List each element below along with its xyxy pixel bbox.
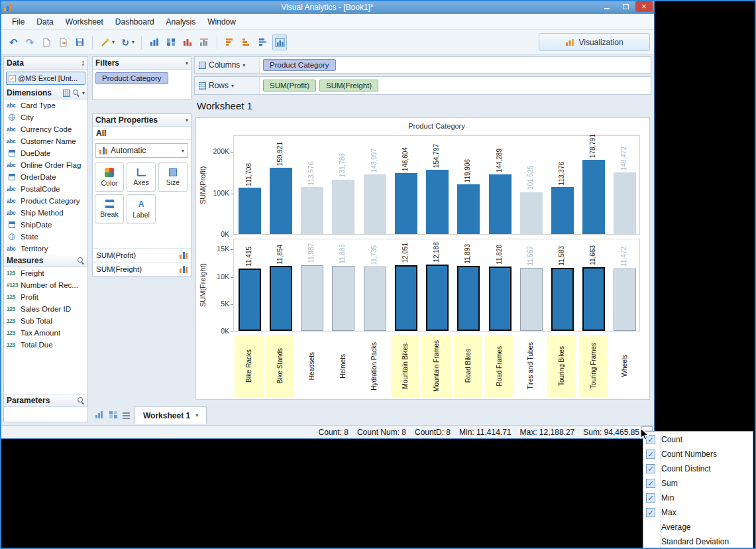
bar-helmets[interactable] bbox=[332, 180, 354, 234]
category-label-helmets[interactable]: Helmets bbox=[329, 335, 357, 397]
dimension-state[interactable]: State bbox=[4, 231, 87, 243]
chevron-down-icon[interactable]: ▾ bbox=[186, 117, 188, 123]
sort-updown-icon[interactable]: ↕ bbox=[81, 58, 85, 68]
menu-item-window[interactable]: Window bbox=[201, 15, 242, 29]
bar-hydration-packs[interactable] bbox=[364, 174, 386, 234]
bar-touring-frames[interactable] bbox=[582, 160, 605, 234]
pill-sum-freight[interactable]: SUM(Freight) bbox=[319, 80, 378, 91]
bar-mountain-frames[interactable] bbox=[426, 170, 449, 234]
aggregation-item-count-distinct[interactable]: ✓Count Distinct bbox=[643, 461, 753, 476]
format-wand-icon[interactable] bbox=[98, 34, 113, 50]
bar-bike-racks[interactable] bbox=[239, 269, 261, 331]
aggregation-item-count[interactable]: ✓Count bbox=[643, 432, 753, 447]
menu-item-file[interactable]: File bbox=[6, 15, 30, 29]
sort-descending-icon[interactable] bbox=[223, 34, 237, 50]
menu-item-worksheet[interactable]: Worksheet bbox=[60, 15, 109, 29]
highlight-table-icon[interactable] bbox=[272, 34, 287, 50]
bar-mountain-bikes[interactable] bbox=[395, 173, 417, 234]
bar-road-frames[interactable] bbox=[489, 267, 512, 331]
refresh-caret-icon[interactable]: ▾ bbox=[132, 39, 135, 45]
maximize-button[interactable] bbox=[617, 1, 634, 12]
measure-freight[interactable]: 123Freight bbox=[4, 267, 87, 279]
bar-mountain-frames[interactable] bbox=[426, 265, 449, 331]
table-icon[interactable] bbox=[63, 90, 70, 97]
bar-road-frames[interactable] bbox=[489, 174, 512, 234]
pill-sum-profit[interactable]: SUM(Profit) bbox=[263, 80, 316, 91]
chevron-down-icon[interactable]: ▾ bbox=[82, 90, 85, 96]
sort-ascending-icon[interactable] bbox=[239, 34, 254, 50]
measure-sales-order-id[interactable]: 123Sales Order ID bbox=[4, 303, 87, 315]
bar-bike-stands[interactable] bbox=[270, 266, 292, 331]
visualization-button[interactable]: Visualization bbox=[539, 33, 650, 51]
aggregation-item-count-numbers[interactable]: ✓Count Numbers bbox=[643, 447, 753, 461]
bar-headsets[interactable] bbox=[301, 265, 323, 331]
color-button[interactable]: Color bbox=[95, 162, 124, 192]
worksheet-tab[interactable]: Worksheet 1 ▾ bbox=[135, 406, 207, 424]
measure-total-due[interactable]: 123Total Due bbox=[4, 339, 87, 351]
category-label-touring-frames[interactable]: Touring Frames bbox=[579, 335, 608, 397]
aggregation-item-standard-deviation[interactable]: Standard Deviation bbox=[643, 534, 753, 549]
search-icon[interactable] bbox=[72, 89, 80, 97]
bar-bike-racks[interactable] bbox=[239, 188, 261, 234]
dimension-orderdate[interactable]: OrderDate bbox=[4, 171, 87, 183]
measure-number-of-rec[interactable]: #123Number of Rec... bbox=[4, 279, 87, 291]
bar-hydration-packs[interactable] bbox=[364, 267, 386, 331]
close-button[interactable]: × bbox=[635, 1, 653, 12]
bar-tires-and-tubes[interactable] bbox=[520, 268, 543, 331]
aggregation-item-max[interactable]: ✓Max bbox=[643, 505, 753, 520]
category-label-headsets[interactable]: Headsets bbox=[297, 335, 326, 397]
search-icon[interactable] bbox=[77, 257, 85, 265]
category-label-bike-stands[interactable]: Bike Stands bbox=[266, 335, 294, 397]
category-label-road-bikes[interactable]: Road Bikes bbox=[454, 335, 482, 397]
aggregation-item-sum[interactable]: ✓Sum bbox=[643, 476, 753, 491]
bar-wheels[interactable] bbox=[614, 269, 636, 332]
dimension-card-type[interactable]: abcCard Type bbox=[4, 99, 87, 111]
red-bar-chart-tool-icon[interactable] bbox=[180, 34, 195, 50]
measure-profit[interactable]: 123Profit bbox=[4, 291, 87, 303]
category-label-tires-and-tubes[interactable]: Tires and Tubes bbox=[516, 335, 545, 397]
grid-chart-tool-icon[interactable] bbox=[164, 34, 178, 50]
pill-product-category[interactable]: Product Category bbox=[263, 59, 336, 71]
mark-type-select[interactable]: Automatic ▾ bbox=[95, 143, 188, 158]
save-icon[interactable] bbox=[72, 34, 87, 50]
bar-touring-bikes[interactable] bbox=[551, 187, 574, 234]
bar-bike-stands[interactable] bbox=[270, 168, 292, 234]
dimension-duedate[interactable]: DueDate bbox=[4, 147, 87, 159]
bar-road-bikes[interactable] bbox=[457, 184, 480, 234]
dimension-city[interactable]: City bbox=[4, 111, 87, 123]
dimension-online-order-flag[interactable]: abcOnline Order Flag bbox=[4, 159, 87, 171]
aggregation-item-min[interactable]: ✓Min bbox=[643, 491, 753, 505]
dimension-territory[interactable]: abcTerritory bbox=[4, 243, 87, 255]
bar-touring-frames[interactable] bbox=[582, 267, 605, 331]
columns-shelf-label[interactable]: Columns ▾ bbox=[195, 57, 260, 73]
refresh-icon[interactable]: ↻ bbox=[118, 34, 133, 50]
property-field-sum-profit[interactable]: SUM(Profit) bbox=[93, 248, 191, 262]
new-workbook-icon[interactable] bbox=[39, 34, 54, 50]
property-field-sum-freight[interactable]: SUM(Freight) bbox=[93, 262, 191, 276]
export-icon[interactable] bbox=[56, 34, 70, 50]
bar-wheels[interactable] bbox=[614, 172, 636, 234]
bar-helmets[interactable] bbox=[332, 266, 354, 331]
dimension-customer-name[interactable]: abcCustomer Name bbox=[4, 135, 87, 147]
search-icon[interactable] bbox=[77, 396, 85, 404]
category-label-bike-racks[interactable]: Bike Racks bbox=[235, 335, 263, 397]
dimension-shipdate[interactable]: ShipDate bbox=[4, 219, 87, 231]
rows-shelf-label[interactable]: Rows ▾ bbox=[195, 77, 260, 94]
category-label-touring-bikes[interactable]: Touring Bikes bbox=[547, 335, 576, 397]
minimize-button[interactable] bbox=[598, 1, 616, 12]
axes-button[interactable]: Axes bbox=[127, 162, 156, 192]
dimension-product-category[interactable]: abcProduct Category bbox=[4, 195, 87, 207]
measure-sub-total[interactable]: 123Sub Total bbox=[4, 315, 87, 327]
dimension-currency-code[interactable]: abcCurrency Code bbox=[4, 123, 87, 135]
bar-mountain-bikes[interactable] bbox=[395, 265, 417, 331]
category-label-road-frames[interactable]: Road Frames bbox=[485, 335, 513, 397]
menu-item-analysis[interactable]: Analysis bbox=[160, 15, 202, 29]
histogram-tool-icon[interactable] bbox=[197, 34, 211, 50]
bar-touring-bikes[interactable] bbox=[551, 268, 574, 331]
data-connection[interactable]: ✓ @MS Excel [Unt... bbox=[6, 72, 85, 85]
swap-axes-icon[interactable] bbox=[256, 34, 270, 50]
bar-road-bikes[interactable] bbox=[457, 266, 480, 331]
size-button[interactable]: Size bbox=[158, 162, 188, 192]
filter-pill-product-category[interactable]: Product Category bbox=[95, 72, 168, 84]
label-button[interactable]: ALabel bbox=[127, 194, 156, 223]
